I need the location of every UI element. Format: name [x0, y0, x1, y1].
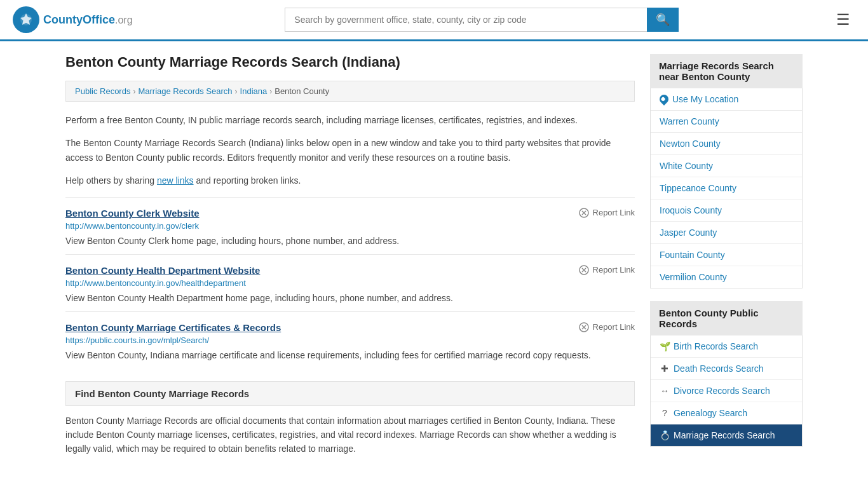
record-item-0: Benton County Clerk Website Report Link …: [65, 197, 635, 254]
nearby-county-link-2[interactable]: White County: [660, 161, 713, 171]
nearby-county-6[interactable]: Fountain County: [651, 244, 802, 266]
record-header-2: Benton County Marriage Certificates & Re…: [65, 322, 635, 336]
record-title-1[interactable]: Benton County Health Department Website: [65, 265, 260, 276]
nearby-county-link-7[interactable]: Vermilion County: [660, 272, 727, 282]
record-url-2[interactable]: https://public.courts.in.gov/mlpl/Search…: [65, 336, 635, 345]
nearby-county-4[interactable]: Iroquois County: [651, 200, 802, 222]
public-record-item-4[interactable]: 💍Marriage Records Search: [651, 424, 802, 446]
page-title: Benton County Marriage Records Search (I…: [65, 54, 635, 71]
find-section-header: Find Benton County Marriage Records: [65, 381, 635, 406]
public-record-icon-2: ↔: [660, 386, 670, 396]
logo-area[interactable]: CountyOffice.org: [13, 6, 133, 33]
public-record-link-0[interactable]: Birth Records Search: [674, 341, 758, 351]
public-records-list: 🌱Birth Records Search✚Death Records Sear…: [650, 336, 803, 447]
nearby-county-7[interactable]: Vermilion County: [651, 266, 802, 288]
nearby-section: Marriage Records Search near Benton Coun…: [650, 54, 803, 288]
nearby-county-link-4[interactable]: Iroquois County: [660, 205, 722, 215]
logo-icon: [13, 6, 39, 33]
bc-sep-2: ›: [235, 87, 238, 96]
desc-2: The Benton County Marriage Records Searc…: [65, 136, 635, 165]
breadcrumb-marriage-records[interactable]: Marriage Records Search: [138, 86, 232, 96]
bc-sep-3: ›: [269, 87, 272, 96]
use-my-location-link[interactable]: Use My Location: [672, 94, 738, 104]
public-record-icon-4: 💍: [660, 430, 670, 440]
bc-sep-1: ›: [133, 87, 135, 96]
public-records-section: Benton County Public Records 🌱Birth Reco…: [650, 301, 803, 447]
record-title-0[interactable]: Benton County Clerk Website: [65, 208, 200, 219]
breadcrumb-public-records[interactable]: Public Records: [75, 86, 130, 96]
nearby-counties-list: Warren CountyNewton CountyWhite CountyTi…: [650, 111, 803, 288]
record-title-2[interactable]: Benton County Marriage Certificates & Re…: [65, 322, 281, 333]
report-icon-1: [579, 265, 589, 275]
record-desc-0: View Benton County Clerk home page, incl…: [65, 234, 635, 248]
record-url-1[interactable]: http://www.bentoncounty.in.gov/healthdep…: [65, 278, 635, 288]
desc-3: Help others by sharing new links and rep…: [65, 173, 635, 187]
report-link-2[interactable]: Report Link: [579, 322, 635, 332]
record-header-0: Benton County Clerk Website Report Link: [65, 208, 635, 221]
record-desc-1: View Benton County Health Department hom…: [65, 292, 635, 305]
record-item-1: Benton County Health Department Website …: [65, 254, 635, 311]
sidebar: Marriage Records Search near Benton Coun…: [650, 54, 803, 459]
report-link-0[interactable]: Report Link: [579, 208, 635, 218]
menu-button[interactable]: ☰: [831, 8, 855, 31]
use-my-location-item[interactable]: Use My Location: [651, 88, 802, 110]
logo-text: CountyOffice.org: [43, 13, 133, 27]
nearby-list: Use My Location: [650, 88, 803, 111]
desc-1: Perform a free Benton County, IN public …: [65, 113, 635, 127]
desc-3-after: and reporting broken links.: [194, 175, 301, 186]
public-record-link-4[interactable]: Marriage Records Search: [674, 430, 775, 440]
public-record-item-3[interactable]: ?Genealogy Search: [651, 402, 802, 424]
record-item-2: Benton County Marriage Certificates & Re…: [65, 311, 635, 369]
public-record-item-0[interactable]: 🌱Birth Records Search: [651, 336, 802, 358]
public-record-item-2[interactable]: ↔Divorce Records Search: [651, 380, 802, 402]
search-area: 🔍: [285, 8, 679, 32]
report-icon-0: [579, 208, 589, 218]
nearby-county-link-3[interactable]: Tippecanoe County: [660, 183, 736, 193]
public-record-item-1[interactable]: ✚Death Records Search: [651, 358, 802, 380]
search-input[interactable]: [285, 8, 647, 32]
records-list: Benton County Clerk Website Report Link …: [65, 197, 635, 369]
public-records-title: Benton County Public Records: [650, 301, 803, 336]
search-button[interactable]: 🔍: [647, 8, 679, 32]
public-record-icon-0: 🌱: [660, 341, 670, 351]
desc-3-before: Help others by sharing: [65, 175, 157, 186]
record-url-0[interactable]: http://www.bentoncounty.in.gov/clerk: [65, 221, 635, 231]
location-icon: [658, 93, 670, 105]
public-record-icon-3: ?: [660, 408, 670, 418]
breadcrumb-current: Benton County: [275, 86, 329, 96]
nearby-county-1[interactable]: Newton County: [651, 133, 802, 155]
breadcrumb: Public Records › Marriage Records Search…: [65, 81, 635, 102]
nearby-county-link-6[interactable]: Fountain County: [660, 250, 725, 260]
record-desc-2: View Benton County, Indiana marriage cer…: [65, 349, 635, 362]
public-record-link-1[interactable]: Death Records Search: [674, 363, 764, 374]
public-record-icon-1: ✚: [660, 363, 670, 374]
nearby-county-3[interactable]: Tippecanoe County: [651, 177, 802, 200]
nearby-county-link-0[interactable]: Warren County: [660, 116, 719, 126]
report-link-1[interactable]: Report Link: [579, 265, 635, 275]
report-icon-2: [579, 322, 589, 332]
public-record-link-3[interactable]: Genealogy Search: [674, 408, 747, 418]
nearby-county-5[interactable]: Jasper County: [651, 222, 802, 244]
find-section-body: Benton County Marriage Records are offic…: [65, 414, 635, 456]
nearby-county-0[interactable]: Warren County: [651, 111, 802, 133]
new-links-link[interactable]: new links: [157, 175, 194, 186]
nearby-county-2[interactable]: White County: [651, 155, 802, 177]
breadcrumb-indiana[interactable]: Indiana: [240, 86, 268, 96]
nearby-county-link-5[interactable]: Jasper County: [660, 227, 717, 238]
public-record-link-2[interactable]: Divorce Records Search: [674, 386, 770, 396]
nearby-title: Marriage Records Search near Benton Coun…: [650, 54, 803, 88]
record-header-1: Benton County Health Department Website …: [65, 265, 635, 278]
nearby-county-link-1[interactable]: Newton County: [660, 139, 721, 149]
